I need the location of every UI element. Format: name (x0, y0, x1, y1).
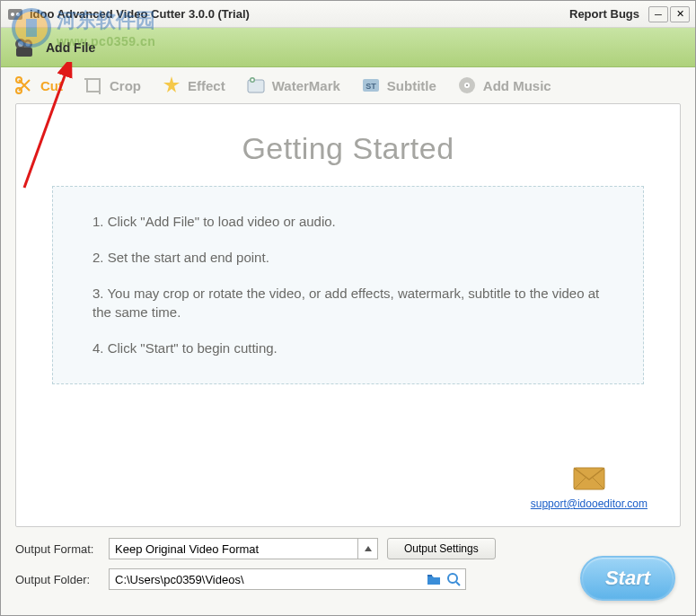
svg-rect-8 (16, 48, 32, 57)
output-folder-label: Output Folder: (15, 573, 109, 586)
svg-rect-16 (248, 80, 264, 92)
svg-point-9 (18, 41, 23, 47)
step-3: 3. You may crop or rotate the video, or … (93, 284, 603, 323)
step-2: 2. Set the start and end point. (93, 248, 603, 268)
svg-rect-3 (8, 9, 22, 20)
step-4: 4. Click "Start" to begin cutting. (93, 339, 603, 358)
subtitle-icon: ST (360, 75, 382, 96)
report-bugs-link[interactable]: Report Bugs (569, 7, 639, 21)
getting-started-box: 1. Click "Add File" to load video or aud… (52, 186, 644, 384)
output-format-value: Keep Original Video Format (115, 542, 259, 556)
tool-subtitle[interactable]: ST Subtitle (360, 75, 436, 96)
step-1: 1. Click "Add File" to load video or aud… (93, 212, 603, 232)
crop-icon (83, 75, 104, 96)
tool-add-music[interactable]: Add Music (456, 75, 551, 96)
app-title: idoo Advanced Video Cutter 3.0.0 (Trial) (30, 7, 569, 21)
tool-cut[interactable]: Cut (13, 75, 63, 96)
svg-point-23 (466, 84, 468, 86)
svg-rect-25 (427, 575, 432, 576)
support-block: support@idooeditor.com (531, 467, 648, 510)
output-format-label: Output Format: (15, 542, 109, 556)
add-file-label: Add File (46, 40, 95, 55)
camcorder-icon (13, 37, 39, 58)
svg-rect-13 (87, 79, 100, 92)
svg-text:ST: ST (366, 82, 376, 91)
svg-line-27 (456, 582, 460, 585)
open-folder-icon[interactable] (445, 571, 462, 587)
start-button-label: Start (605, 567, 650, 590)
output-folder-input[interactable]: C:\Users\pc0359\Videos\ (109, 568, 466, 590)
support-email-link[interactable]: support@idooeditor.com (531, 497, 648, 510)
svg-point-10 (26, 41, 31, 46)
output-format-combo[interactable]: Keep Original Video Format (109, 538, 378, 559)
svg-point-5 (16, 13, 20, 16)
add-file-button[interactable]: Add File (1, 28, 695, 67)
toolbar: Cut Crop Effect WaterMark ST Subtitle Ad… (1, 67, 695, 103)
start-button[interactable]: Start (580, 556, 675, 601)
svg-point-18 (251, 79, 253, 82)
tool-effect[interactable]: Effect (161, 75, 225, 96)
output-settings-button[interactable]: Output Settings (387, 538, 496, 559)
star-icon (161, 75, 182, 96)
content-panel: Getting Started 1. Click "Add File" to l… (15, 103, 681, 527)
getting-started-title: Getting Started (52, 131, 644, 166)
output-folder-value: C:\Users\pc0359\Videos\ (115, 573, 244, 586)
minimize-button[interactable]: ─ (648, 6, 668, 22)
scissors-icon (13, 75, 35, 96)
watermark-icon (245, 75, 267, 96)
music-disc-icon (456, 75, 478, 96)
tool-crop[interactable]: Crop (83, 75, 141, 96)
envelope-icon (573, 467, 605, 490)
browse-folder-icon[interactable] (426, 571, 442, 587)
svg-point-4 (11, 13, 14, 16)
tool-watermark[interactable]: WaterMark (245, 75, 340, 96)
combo-arrow-icon[interactable] (357, 539, 377, 559)
close-button[interactable]: ✕ (670, 6, 690, 22)
svg-point-26 (448, 574, 457, 583)
titlebar: idoo Advanced Video Cutter 3.0.0 (Trial)… (1, 1, 695, 28)
app-logo-icon (6, 5, 24, 23)
